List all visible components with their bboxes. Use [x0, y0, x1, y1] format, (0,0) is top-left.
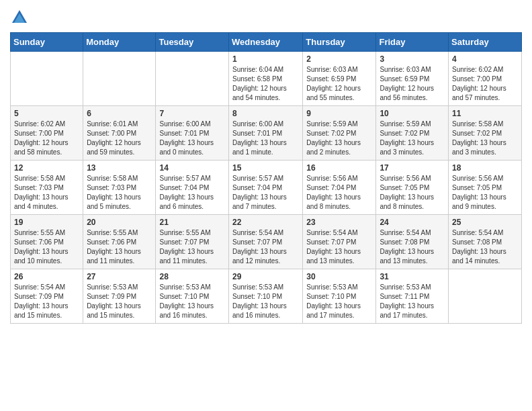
calendar-cell: 23Sunrise: 5:54 AM Sunset: 7:07 PM Dayli…: [303, 215, 376, 269]
day-info: Sunrise: 5:53 AM Sunset: 7:11 PM Dayligh…: [380, 283, 445, 320]
day-number: 31: [380, 272, 445, 281]
day-info: Sunrise: 5:58 AM Sunset: 7:02 PM Dayligh…: [452, 120, 518, 157]
day-info: Sunrise: 5:55 AM Sunset: 7:06 PM Dayligh…: [14, 228, 79, 266]
day-of-week-header: Thursday: [303, 33, 376, 52]
day-number: 1: [232, 54, 299, 64]
day-info: Sunrise: 5:53 AM Sunset: 7:10 PM Dayligh…: [306, 283, 372, 320]
calendar-cell: 13Sunrise: 5:58 AM Sunset: 7:03 PM Dayli…: [83, 161, 156, 215]
day-info: Sunrise: 6:02 AM Sunset: 7:00 PM Dayligh…: [452, 65, 518, 103]
day-number: 8: [232, 109, 299, 118]
day-number: 3: [380, 54, 445, 64]
day-number: 28: [159, 272, 225, 281]
calendar-cell: 17Sunrise: 5:56 AM Sunset: 7:05 PM Dayli…: [376, 161, 449, 215]
day-number: 6: [87, 109, 152, 118]
day-number: 7: [159, 109, 225, 118]
day-info: Sunrise: 5:56 AM Sunset: 7:05 PM Dayligh…: [380, 174, 445, 212]
day-number: 21: [159, 218, 225, 227]
day-number: 12: [14, 163, 79, 173]
day-number: 13: [87, 163, 152, 173]
header-row: SundayMondayTuesdayWednesdayThursdayFrid…: [11, 33, 522, 52]
day-info: Sunrise: 5:55 AM Sunset: 7:07 PM Dayligh…: [159, 228, 225, 266]
day-info: Sunrise: 5:54 AM Sunset: 7:07 PM Dayligh…: [232, 228, 299, 266]
logo: [10, 7, 30, 27]
day-of-week-header: Saturday: [449, 33, 522, 52]
day-info: Sunrise: 5:53 AM Sunset: 7:10 PM Dayligh…: [232, 283, 299, 320]
day-info: Sunrise: 5:53 AM Sunset: 7:10 PM Dayligh…: [159, 283, 225, 320]
day-of-week-header: Friday: [376, 33, 449, 52]
day-info: Sunrise: 5:54 AM Sunset: 7:09 PM Dayligh…: [14, 283, 79, 320]
day-number: 18: [452, 163, 518, 173]
calendar-cell: 14Sunrise: 5:57 AM Sunset: 7:04 PM Dayli…: [156, 161, 229, 215]
day-info: Sunrise: 5:54 AM Sunset: 7:08 PM Dayligh…: [380, 228, 445, 266]
day-number: 10: [380, 109, 445, 118]
day-info: Sunrise: 6:04 AM Sunset: 6:58 PM Dayligh…: [232, 65, 299, 103]
day-info: Sunrise: 6:00 AM Sunset: 7:01 PM Dayligh…: [232, 120, 299, 157]
day-number: 26: [14, 272, 79, 281]
calendar-cell: 27Sunrise: 5:53 AM Sunset: 7:09 PM Dayli…: [83, 269, 156, 324]
day-number: 16: [306, 163, 372, 173]
day-number: 11: [452, 109, 518, 118]
day-number: 17: [380, 163, 445, 173]
day-number: 2: [306, 54, 372, 64]
header: [10, 7, 522, 27]
calendar-cell: 18Sunrise: 5:56 AM Sunset: 7:05 PM Dayli…: [449, 161, 522, 215]
calendar-cell: 25Sunrise: 5:54 AM Sunset: 7:08 PM Dayli…: [449, 215, 522, 269]
day-info: Sunrise: 5:58 AM Sunset: 7:03 PM Dayligh…: [14, 174, 79, 212]
calendar-header: SundayMondayTuesdayWednesdayThursdayFrid…: [11, 33, 522, 52]
day-number: 14: [159, 163, 225, 173]
calendar-week-row: 1Sunrise: 6:04 AM Sunset: 6:58 PM Daylig…: [11, 52, 522, 106]
calendar-cell: [83, 52, 156, 106]
day-of-week-header: Wednesday: [229, 33, 303, 52]
calendar-cell: 9Sunrise: 5:59 AM Sunset: 7:02 PM Daylig…: [303, 106, 376, 161]
day-info: Sunrise: 5:56 AM Sunset: 7:04 PM Dayligh…: [306, 174, 372, 212]
calendar-cell: 4Sunrise: 6:02 AM Sunset: 7:00 PM Daylig…: [449, 52, 522, 106]
calendar-cell: 26Sunrise: 5:54 AM Sunset: 7:09 PM Dayli…: [11, 269, 83, 324]
day-info: Sunrise: 5:59 AM Sunset: 7:02 PM Dayligh…: [380, 120, 445, 157]
calendar-cell: 20Sunrise: 5:55 AM Sunset: 7:06 PM Dayli…: [83, 215, 156, 269]
calendar-week-row: 12Sunrise: 5:58 AM Sunset: 7:03 PM Dayli…: [11, 161, 522, 215]
calendar-cell: 24Sunrise: 5:54 AM Sunset: 7:08 PM Dayli…: [376, 215, 449, 269]
calendar-cell: 31Sunrise: 5:53 AM Sunset: 7:11 PM Dayli…: [376, 269, 449, 324]
day-of-week-header: Tuesday: [156, 33, 229, 52]
day-info: Sunrise: 6:01 AM Sunset: 7:00 PM Dayligh…: [87, 120, 152, 157]
day-info: Sunrise: 5:54 AM Sunset: 7:08 PM Dayligh…: [452, 228, 518, 266]
day-number: 9: [306, 109, 372, 118]
day-number: 19: [14, 218, 79, 227]
day-info: Sunrise: 5:54 AM Sunset: 7:07 PM Dayligh…: [306, 228, 372, 266]
calendar-cell: 6Sunrise: 6:01 AM Sunset: 7:00 PM Daylig…: [83, 106, 156, 161]
day-number: 30: [306, 272, 372, 281]
calendar-cell: 15Sunrise: 5:57 AM Sunset: 7:04 PM Dayli…: [229, 161, 303, 215]
calendar-cell: 19Sunrise: 5:55 AM Sunset: 7:06 PM Dayli…: [11, 215, 83, 269]
day-info: Sunrise: 5:57 AM Sunset: 7:04 PM Dayligh…: [159, 174, 225, 212]
page: SundayMondayTuesdayWednesdayThursdayFrid…: [0, 0, 532, 334]
calendar-cell: 28Sunrise: 5:53 AM Sunset: 7:10 PM Dayli…: [156, 269, 229, 324]
day-number: 20: [87, 218, 152, 227]
day-info: Sunrise: 5:55 AM Sunset: 7:06 PM Dayligh…: [87, 228, 152, 266]
day-info: Sunrise: 5:59 AM Sunset: 7:02 PM Dayligh…: [306, 120, 372, 157]
calendar-cell: 12Sunrise: 5:58 AM Sunset: 7:03 PM Dayli…: [11, 161, 83, 215]
calendar-cell: 8Sunrise: 6:00 AM Sunset: 7:01 PM Daylig…: [229, 106, 303, 161]
calendar-week-row: 26Sunrise: 5:54 AM Sunset: 7:09 PM Dayli…: [11, 269, 522, 324]
calendar-cell: 21Sunrise: 5:55 AM Sunset: 7:07 PM Dayli…: [156, 215, 229, 269]
calendar-cell: 16Sunrise: 5:56 AM Sunset: 7:04 PM Dayli…: [303, 161, 376, 215]
day-info: Sunrise: 5:56 AM Sunset: 7:05 PM Dayligh…: [452, 174, 518, 212]
calendar-cell: 7Sunrise: 6:00 AM Sunset: 7:01 PM Daylig…: [156, 106, 229, 161]
calendar-cell: 1Sunrise: 6:04 AM Sunset: 6:58 PM Daylig…: [229, 52, 303, 106]
calendar-cell: [449, 269, 522, 324]
day-info: Sunrise: 5:57 AM Sunset: 7:04 PM Dayligh…: [232, 174, 299, 212]
calendar-cell: [156, 52, 229, 106]
day-number: 23: [306, 218, 372, 227]
day-of-week-header: Monday: [83, 33, 156, 52]
calendar-cell: 5Sunrise: 6:02 AM Sunset: 7:00 PM Daylig…: [11, 106, 83, 161]
day-info: Sunrise: 6:02 AM Sunset: 7:00 PM Dayligh…: [14, 120, 79, 157]
day-number: 24: [380, 218, 445, 227]
calendar-cell: 30Sunrise: 5:53 AM Sunset: 7:10 PM Dayli…: [303, 269, 376, 324]
day-info: Sunrise: 6:00 AM Sunset: 7:01 PM Dayligh…: [159, 120, 225, 157]
day-number: 29: [232, 272, 299, 281]
day-of-week-header: Sunday: [11, 33, 83, 52]
calendar-cell: 22Sunrise: 5:54 AM Sunset: 7:07 PM Dayli…: [229, 215, 303, 269]
logo-icon: [10, 8, 29, 27]
calendar-table: SundayMondayTuesdayWednesdayThursdayFrid…: [10, 32, 522, 324]
day-number: 5: [14, 109, 79, 118]
calendar-cell: 29Sunrise: 5:53 AM Sunset: 7:10 PM Dayli…: [229, 269, 303, 324]
